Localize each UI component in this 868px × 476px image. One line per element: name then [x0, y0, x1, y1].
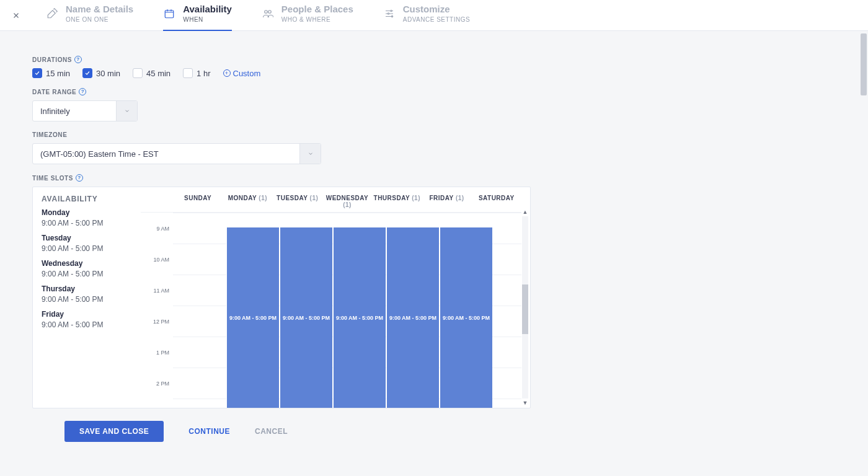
pencil-icon: [46, 7, 58, 20]
calendar-day-header: SATURDAY: [472, 195, 521, 208]
wizard-tabs: Name & Details ONE ON ONE Availability W…: [46, 0, 470, 31]
tab-availability[interactable]: Availability WHEN: [163, 0, 232, 31]
tab-title: People & Places: [281, 4, 353, 15]
availability-day[interactable]: Tuesday9:00 AM - 5:00 PM: [42, 234, 132, 253]
availability-sidebar: AVAILABILITY Monday9:00 AM - 5:00 PMTues…: [33, 187, 141, 408]
tab-title: Name & Details: [66, 4, 133, 15]
section-label-timezone: TIMEZONE: [32, 131, 836, 138]
scroll-up-icon[interactable]: ▲: [523, 209, 528, 215]
calendar-day-header: MONDAY (1): [223, 195, 272, 208]
availability-day-range: 9:00 AM - 5:00 PM: [42, 219, 132, 227]
tab-name-details[interactable]: Name & Details ONE ON ONE: [46, 0, 133, 31]
svg-point-3: [391, 10, 392, 11]
checkbox-icon: [82, 68, 92, 78]
hour-label: 2 PM: [156, 381, 169, 387]
people-icon: [262, 7, 274, 20]
hour-label: 12 PM: [153, 319, 169, 325]
availability-day-name: Wednesday: [42, 259, 132, 268]
timezone-select[interactable]: (GMT-05:00) Eastern Time - EST: [32, 143, 321, 164]
help-icon[interactable]: ?: [79, 88, 86, 95]
time-slots-panel: AVAILABILITY Monday9:00 AM - 5:00 PMTues…: [32, 187, 531, 408]
checkbox-icon: [133, 68, 143, 78]
duration-option-1hr[interactable]: 1 hr: [183, 68, 210, 78]
help-icon[interactable]: ?: [76, 174, 83, 182]
time-slot-block[interactable]: 9:00 AM - 5:00 PM: [386, 227, 439, 408]
svg-point-2: [268, 10, 272, 13]
section-label-date-range: DATE RANGE ?: [32, 88, 836, 95]
calendar-day-header: FRIDAY (1): [422, 195, 471, 208]
section-label-durations: DURATIONS ?: [32, 56, 836, 63]
wizard-header: Name & Details ONE ON ONE Availability W…: [0, 0, 868, 31]
time-slot-block[interactable]: 9:00 AM - 5:00 PM: [280, 227, 332, 408]
checkbox-icon: [32, 68, 42, 78]
calendar-day-header: TUESDAY (1): [273, 195, 322, 208]
tab-sub: ADVANCE SETTINGS: [403, 16, 470, 24]
calendar-grid[interactable]: 9 AM10 AM11 AM12 PM1 PM2 PM 9:00 AM - 5:…: [141, 212, 521, 408]
availability-day-name: Thursday: [42, 284, 132, 293]
close-icon[interactable]: [6, 6, 26, 25]
durations-row: 15 min 30 min 45 min 1 hr + Custom: [32, 68, 836, 78]
continue-button[interactable]: CONTINUE: [188, 427, 230, 436]
plus-icon: +: [223, 69, 231, 77]
tab-sub: WHEN: [183, 16, 232, 24]
calendar-day-header: WEDNESDAY (1): [322, 195, 372, 208]
date-range-select[interactable]: Infinitely: [32, 100, 138, 121]
calendar-icon: [163, 7, 175, 20]
time-slot-block[interactable]: 9:00 AM - 5:00 PM: [440, 227, 492, 408]
calendar-day-headers: SUNDAYMONDAY (1)TUESDAY (1)WEDNESDAY (1)…: [141, 187, 530, 212]
svg-rect-0: [165, 10, 174, 17]
availability-day[interactable]: Wednesday9:00 AM - 5:00 PM: [42, 259, 132, 278]
custom-duration-button[interactable]: + Custom: [223, 69, 261, 78]
body-area: DURATIONS ? 15 min 30 min 45 min: [0, 31, 868, 476]
help-icon[interactable]: ?: [74, 56, 82, 63]
page-scrollbar[interactable]: [859, 31, 868, 476]
calendar-area: SUNDAYMONDAY (1)TUESDAY (1)WEDNESDAY (1)…: [141, 187, 530, 408]
availability-day-range: 9:00 AM - 5:00 PM: [42, 295, 132, 304]
tab-sub: WHO & WHERE: [281, 16, 353, 24]
chevron-down-icon: [299, 144, 321, 164]
tab-people-places[interactable]: People & Places WHO & WHERE: [262, 0, 353, 31]
tab-customize[interactable]: Customize ADVANCE SETTINGS: [383, 0, 470, 31]
sliders-icon: [383, 7, 396, 20]
tab-title: Availability: [183, 4, 232, 15]
calendar-day-header: SUNDAY: [173, 195, 223, 208]
chevron-down-icon: [116, 101, 137, 121]
section-label-time-slots: TIME SLOTS ?: [32, 174, 836, 182]
availability-day[interactable]: Friday9:00 AM - 5:00 PM: [42, 310, 132, 329]
calendar-day-header: THURSDAY (1): [372, 195, 422, 208]
svg-point-1: [265, 10, 268, 13]
availability-day-range: 9:00 AM - 5:00 PM: [42, 320, 132, 329]
tab-sub: ONE ON ONE: [66, 16, 133, 24]
hour-label: 1 PM: [156, 350, 169, 356]
footer-actions: SAVE AND CLOSE CONTINUE CANCEL: [32, 408, 836, 457]
availability-day[interactable]: Thursday9:00 AM - 5:00 PM: [42, 284, 132, 304]
availability-day-range: 9:00 AM - 5:00 PM: [42, 244, 132, 253]
availability-day-name: Monday: [42, 208, 132, 217]
duration-option-15[interactable]: 15 min: [32, 68, 70, 78]
tab-title: Customize: [403, 4, 470, 15]
availability-day-name: Tuesday: [42, 234, 132, 242]
calendar-scrollbar[interactable]: ▲ ▼: [521, 209, 529, 406]
checkbox-icon: [183, 68, 193, 78]
hour-label: 9 AM: [156, 226, 169, 232]
duration-option-45[interactable]: 45 min: [133, 68, 170, 78]
cancel-button[interactable]: CANCEL: [255, 427, 288, 436]
duration-option-30[interactable]: 30 min: [82, 68, 120, 78]
hour-label: 11 AM: [153, 288, 169, 294]
svg-point-4: [388, 12, 389, 14]
time-slot-block[interactable]: 9:00 AM - 5:00 PM: [333, 227, 386, 408]
availability-day-name: Friday: [42, 310, 132, 319]
scroll-down-icon[interactable]: ▼: [523, 400, 528, 406]
time-slot-block[interactable]: 9:00 AM - 5:00 PM: [226, 227, 279, 408]
availability-day-range: 9:00 AM - 5:00 PM: [42, 270, 132, 278]
availability-day[interactable]: Monday9:00 AM - 5:00 PM: [42, 208, 132, 227]
hour-label: 10 AM: [153, 257, 169, 263]
availability-title: AVAILABILITY: [42, 195, 132, 203]
save-and-close-button[interactable]: SAVE AND CLOSE: [64, 421, 164, 442]
